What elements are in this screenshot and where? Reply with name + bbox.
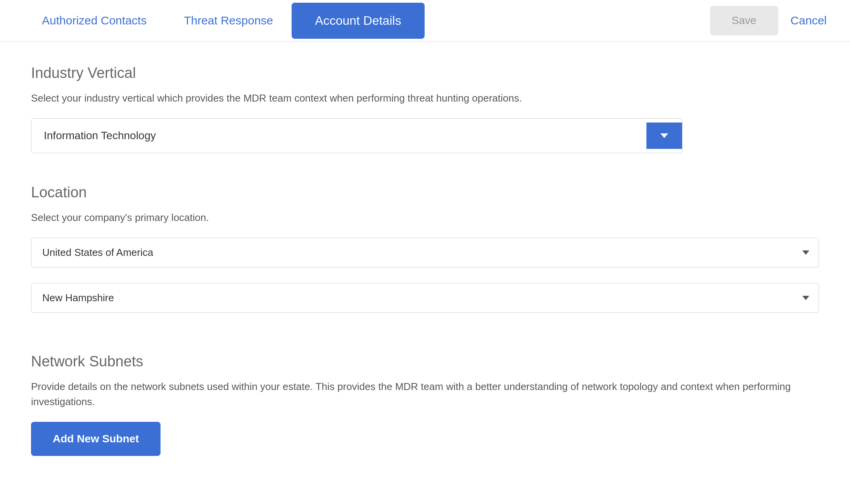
industry-vertical-title: Industry Vertical [31, 65, 819, 81]
tab-authorized-contacts[interactable]: Authorized Contacts [23, 0, 165, 41]
country-select-value: United States of America [31, 238, 793, 267]
main-content: Industry Vertical Select your industry v… [0, 41, 850, 504]
tab-account-details[interactable]: Account Details [292, 3, 424, 39]
page-header: Authorized Contacts Threat Response Acco… [0, 0, 850, 41]
tab-threat-response[interactable]: Threat Response [165, 0, 292, 41]
location-selects: United States of America New Hampshire [31, 238, 819, 322]
save-button[interactable]: Save [710, 6, 778, 35]
chevron-down-icon [802, 250, 809, 255]
industry-vertical-section: Industry Vertical Select your industry v… [31, 65, 819, 153]
location-description: Select your company's primary location. [31, 210, 819, 225]
country-select-wrapper[interactable]: United States of America [31, 238, 819, 268]
add-new-subnet-button[interactable]: Add New Subnet [31, 422, 161, 456]
country-chevron [793, 242, 819, 263]
tab-group: Authorized Contacts Threat Response Acco… [23, 0, 425, 41]
state-select-value: New Hampshire [31, 283, 793, 312]
industry-vertical-description: Select your industry vertical which prov… [31, 91, 819, 106]
industry-select-button[interactable] [646, 123, 682, 149]
state-chevron [793, 287, 819, 309]
chevron-down-icon [802, 296, 809, 300]
cancel-button[interactable]: Cancel [791, 14, 827, 27]
header-actions: Save Cancel [710, 6, 827, 35]
network-subnets-section: Network Subnets Provide details on the n… [31, 353, 819, 456]
chevron-down-icon [660, 133, 668, 138]
network-subnets-description: Provide details on the network subnets u… [31, 379, 819, 409]
network-subnets-title: Network Subnets [31, 353, 819, 370]
industry-select-value: Information Technology [31, 119, 646, 153]
location-section: Location Select your company's primary l… [31, 184, 819, 322]
location-title: Location [31, 184, 819, 201]
state-select-wrapper[interactable]: New Hampshire [31, 283, 819, 313]
industry-select-wrapper[interactable]: Information Technology [31, 118, 682, 153]
